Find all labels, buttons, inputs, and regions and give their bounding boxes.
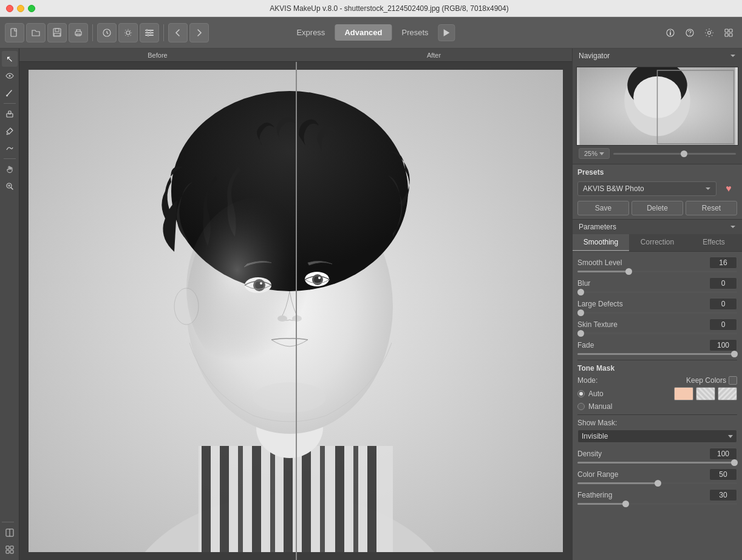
svg-rect-23 bbox=[729, 33, 732, 36]
delete-preset-button[interactable]: Delete bbox=[631, 201, 683, 215]
blur-slider[interactable] bbox=[577, 291, 737, 293]
swatch-pattern2[interactable] bbox=[718, 387, 737, 400]
maximize-button[interactable] bbox=[28, 5, 35, 12]
feathering-value[interactable]: 30 bbox=[709, 489, 737, 501]
svg-rect-50 bbox=[367, 446, 376, 552]
dropper-tool-button[interactable] bbox=[2, 123, 18, 139]
color-range-thumb[interactable] bbox=[655, 480, 661, 487]
svg-rect-32 bbox=[6, 546, 9, 549]
presets-dropdown[interactable]: AKVIS B&W Photo bbox=[577, 181, 716, 196]
blur-label: Blur bbox=[577, 279, 590, 288]
play-button[interactable] bbox=[438, 24, 455, 41]
window-title: AKVIS MakeUp v.8.0 - shutterstock_212450… bbox=[43, 4, 736, 13]
eye-tool-button[interactable] bbox=[2, 68, 18, 84]
fade-thumb[interactable] bbox=[731, 351, 738, 357]
separator2 bbox=[163, 24, 164, 41]
settings1-button[interactable] bbox=[118, 23, 138, 42]
svg-point-19 bbox=[708, 31, 711, 34]
tab-presets[interactable]: Presets bbox=[392, 24, 438, 41]
hand-tool-button[interactable] bbox=[2, 161, 18, 177]
info-button[interactable] bbox=[662, 24, 679, 41]
feathering-slider[interactable] bbox=[577, 503, 737, 505]
forward-button[interactable] bbox=[189, 23, 209, 42]
smooth-level-label-row: Smooth Level 16 bbox=[577, 257, 737, 269]
radio-auto[interactable] bbox=[577, 390, 585, 397]
density-slider[interactable] bbox=[577, 462, 737, 464]
large-defects-slider[interactable] bbox=[577, 312, 737, 314]
settings2-button[interactable] bbox=[140, 23, 159, 42]
reset-preset-button[interactable]: Reset bbox=[686, 201, 737, 215]
brush-tool-button[interactable] bbox=[2, 85, 18, 101]
density-row: Density 100 bbox=[577, 448, 737, 464]
open-file-button[interactable] bbox=[26, 23, 46, 42]
smudge-tool-button[interactable] bbox=[2, 140, 18, 156]
fade-value[interactable]: 100 bbox=[709, 339, 737, 351]
presets-actions: Save Delete Reset bbox=[577, 201, 737, 215]
close-button[interactable] bbox=[6, 5, 13, 12]
favorite-preset-button[interactable]: ♥ bbox=[720, 180, 737, 197]
feathering-thumb[interactable] bbox=[622, 501, 629, 507]
params-collapse-icon bbox=[730, 225, 736, 229]
stamp-tool-button[interactable] bbox=[2, 106, 18, 122]
large-defects-thumb[interactable] bbox=[577, 309, 584, 316]
density-label-row: Density 100 bbox=[577, 448, 737, 460]
plugin-button[interactable] bbox=[720, 24, 737, 41]
swatch-pattern1[interactable] bbox=[696, 387, 715, 400]
fade-slider[interactable] bbox=[577, 353, 737, 355]
skin-texture-value[interactable]: 0 bbox=[709, 319, 737, 331]
nav-thumb-svg bbox=[577, 67, 738, 145]
smooth-level-thumb[interactable] bbox=[625, 268, 632, 275]
help-button[interactable] bbox=[681, 24, 698, 41]
svg-rect-0 bbox=[11, 29, 16, 36]
show-mask-value: Invisible bbox=[582, 432, 608, 440]
tab-smoothing[interactable]: Smoothing bbox=[573, 234, 629, 251]
radio-manual[interactable] bbox=[577, 403, 585, 410]
density-thumb[interactable] bbox=[731, 459, 738, 466]
tab-express[interactable]: Express bbox=[287, 24, 335, 41]
grid-view-button[interactable] bbox=[2, 542, 18, 558]
svg-point-28 bbox=[11, 129, 12, 130]
save-preset-button[interactable]: Save bbox=[577, 201, 629, 215]
color-swatches bbox=[674, 387, 737, 400]
save-file-button[interactable] bbox=[47, 23, 67, 42]
new-file-button[interactable] bbox=[5, 23, 24, 42]
color-range-slider[interactable] bbox=[577, 482, 737, 484]
large-defects-value[interactable]: 0 bbox=[709, 298, 737, 310]
svg-rect-20 bbox=[725, 29, 728, 32]
svg-point-12 bbox=[150, 32, 152, 33]
batch-button[interactable] bbox=[97, 23, 117, 42]
blur-value[interactable]: 0 bbox=[709, 277, 737, 289]
svg-rect-34 bbox=[6, 550, 9, 553]
skin-texture-slider[interactable] bbox=[577, 332, 737, 334]
show-mask-select[interactable]: Invisible bbox=[577, 430, 737, 443]
tab-advanced[interactable]: Advanced bbox=[335, 24, 392, 41]
tab-effects[interactable]: Effects bbox=[686, 234, 742, 251]
density-value[interactable]: 100 bbox=[709, 448, 737, 460]
tab-correction[interactable]: Correction bbox=[629, 234, 686, 251]
zoom-slider[interactable] bbox=[613, 153, 736, 155]
blur-thumb[interactable] bbox=[577, 289, 584, 295]
back-button[interactable] bbox=[168, 23, 188, 42]
gear-button[interactable] bbox=[701, 24, 718, 41]
split-view-button[interactable] bbox=[2, 525, 18, 541]
minimize-button[interactable] bbox=[17, 5, 24, 12]
navigator-thumbnail[interactable] bbox=[576, 67, 738, 146]
traffic-lights bbox=[6, 5, 35, 12]
parameters-header[interactable]: Parameters bbox=[573, 220, 742, 234]
smooth-level-slider[interactable] bbox=[577, 271, 737, 272]
swatch-skin[interactable] bbox=[674, 387, 693, 400]
color-range-value[interactable]: 50 bbox=[709, 468, 737, 481]
smooth-level-value[interactable]: 16 bbox=[709, 257, 737, 269]
zoom-thumb[interactable] bbox=[681, 150, 687, 157]
skin-texture-thumb[interactable] bbox=[577, 330, 584, 337]
navigator-collapse-icon bbox=[730, 54, 736, 58]
zoom-tool-button[interactable] bbox=[2, 178, 18, 194]
keep-colors-checkbox[interactable] bbox=[729, 376, 737, 385]
navigator-header[interactable]: Navigator bbox=[573, 49, 742, 63]
zoom-select[interactable]: 25% bbox=[579, 148, 610, 159]
canvas-divider[interactable] bbox=[296, 62, 297, 560]
separator2 bbox=[4, 158, 16, 159]
blur-row: Blur 0 bbox=[577, 277, 737, 293]
cursor-tool-button[interactable]: ↖ bbox=[2, 51, 18, 67]
print-button[interactable] bbox=[69, 23, 88, 42]
